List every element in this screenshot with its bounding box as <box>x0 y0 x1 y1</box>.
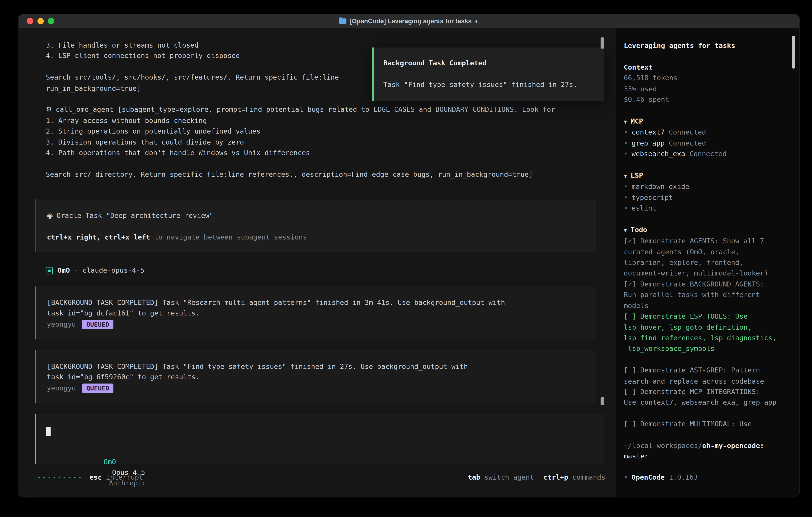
main-scrollbar-thumb-top[interactable] <box>601 37 604 48</box>
close-button[interactable] <box>27 18 33 24</box>
bullet-icon: • <box>624 473 628 481</box>
sidebar: Leveraging agents for tasks Context 66,5… <box>616 29 799 497</box>
window-title-area: [OpenCode] Leveraging agents for tasks ◐ <box>19 18 799 25</box>
ctrlp-key-label: commands <box>568 473 605 481</box>
mcp-item: •grep_appConnected <box>624 138 800 149</box>
minimize-button[interactable] <box>37 18 44 24</box>
version-footer: •OpenCode1.0.163 <box>624 472 698 483</box>
oracle-task-title-line: ◉Oracle Task "Deep architecture review" <box>47 211 596 221</box>
lsp-heading[interactable]: ▼LSP <box>624 170 800 182</box>
tool-list-item: 2. String operations on potentially unde… <box>46 126 616 137</box>
bullet-icon: • <box>624 204 628 212</box>
agent-checkbox-icon <box>46 268 53 274</box>
main-scrollbar-thumb-bottom[interactable] <box>601 397 604 405</box>
context-heading: Context <box>624 62 800 73</box>
todo-item: [ ] Demonstrate MULTIMODAL: Use <box>624 419 788 430</box>
toast-title: Background Task Completed <box>383 58 604 69</box>
oracle-hint-keys: ctrl+x right, ctrl+x left <box>47 233 150 241</box>
workspace-path: ~/local-workspaces/oh-my-opencode:master <box>624 440 788 462</box>
prompt-input[interactable]: OmO Opus 4.5 Anthropic <box>35 414 604 464</box>
agent-model: claude-opus-4-5 <box>83 266 144 276</box>
window-title: [OpenCode] Leveraging agents for tasks <box>350 18 472 25</box>
titlebar[interactable]: [OpenCode] Leveraging agents for tasks ◐ <box>19 14 799 28</box>
todo-item: [ ] Demonstrate MCP INTEGRATIONS: Use co… <box>624 387 788 408</box>
status-right: tab switch agentctrl+p commands <box>468 472 605 483</box>
message-text: [BACKGROUND TASK COMPLETED] Task "Resear… <box>47 298 596 308</box>
message-footer: yeongyu QUEUED <box>47 383 596 393</box>
message-text: task_id="bg_dcfac161" to get results. <box>47 308 596 319</box>
tool-call-line: ⚙call_omo_agent [subagent_type=explore, … <box>46 105 616 115</box>
todo-section: ▼Todo [✓] Demonstrate AGENTS: Show all 7… <box>624 225 800 430</box>
bullet-icon: • <box>624 139 628 147</box>
sidebar-scrollbar-thumb[interactable] <box>792 36 795 69</box>
fisheye-icon: ◉ <box>47 212 53 219</box>
todo-item: [ ] Demonstrate LSP TOOLS: Use lsp_hover… <box>624 311 788 354</box>
bullet-icon: • <box>624 193 628 201</box>
tool-call-text: call_omo_agent [subagent_type=explore, p… <box>56 106 555 114</box>
mcp-name: context7 <box>632 128 665 136</box>
terminal-main: 3. File handles or streams not closed 4.… <box>19 29 616 497</box>
session-title: Leveraging agents for tasks <box>624 40 800 51</box>
tool-list-item: 4. Path operations that don't handle Win… <box>46 148 616 159</box>
tool-list-item: 1. Array access without bounds checking <box>46 115 616 126</box>
loading-spinner-icon: ◐ <box>475 18 479 25</box>
context-spent: $0.46 spent <box>624 94 800 105</box>
todo-item: [ ] Demonstrate AST-GREP: Pattern search… <box>624 365 788 387</box>
lsp-section: ▼LSP •markdown-oxide •typescript •eslint <box>624 170 800 214</box>
message-author: yeongyu <box>47 383 76 393</box>
oracle-nav-hint: ctrl+x right, ctrl+x left to navigate be… <box>47 232 596 243</box>
agent-separator: · <box>74 266 78 276</box>
oracle-task-title: Oracle Task "Deep architecture review" <box>57 212 213 219</box>
message-block: [BACKGROUND TASK COMPLETED] Task "Find t… <box>35 350 596 403</box>
tool-tail-line: Search src/ directory. Return specific f… <box>46 169 616 180</box>
tool-list-item: 3. Division operations that could divide… <box>46 137 616 148</box>
text-cursor <box>46 427 51 436</box>
message-footer: yeongyu QUEUED <box>47 319 596 330</box>
message-author: yeongyu <box>47 319 76 330</box>
workspace-branch: master <box>624 452 648 460</box>
toast-body: Task "Find type safety issues" finished … <box>383 80 604 90</box>
agent-name: OmO <box>58 266 70 276</box>
mcp-status: Connected <box>669 128 706 136</box>
message-text: task_id="bg_6f59260c" to get results. <box>47 372 596 383</box>
traffic-lights <box>27 18 54 24</box>
agent-header: OmO · claude-opus-4-5 <box>46 266 616 276</box>
workspace-path-name: oh-my-opencode: <box>702 442 764 450</box>
workspace-path-prefix: ~/local-workspaces/ <box>624 442 702 450</box>
gear-icon: ⚙ <box>46 106 52 114</box>
mcp-status: Connected <box>690 150 727 158</box>
lsp-name: typescript <box>632 193 673 201</box>
mcp-heading-label: MCP <box>631 117 643 125</box>
zoom-button[interactable] <box>48 18 54 24</box>
status-badge: QUEUED <box>82 320 114 329</box>
tab-key-hint: tab <box>468 473 480 481</box>
mcp-heading[interactable]: ▼MCP <box>624 116 800 127</box>
oracle-hint-rest: to navigate between subagent sessions <box>150 233 307 241</box>
tab-key-label: switch agent <box>480 473 534 481</box>
app-version: 1.0.163 <box>669 473 698 481</box>
mcp-status: Connected <box>669 139 706 147</box>
mcp-section: ▼MCP •context7Connected •grep_appConnect… <box>624 116 800 160</box>
status-badge: QUEUED <box>82 383 114 393</box>
mcp-name: grep_app <box>632 139 665 147</box>
lsp-item: •eslint <box>624 203 800 214</box>
message-text: [BACKGROUND TASK COMPLETED] Task "Find t… <box>47 361 596 372</box>
terminal-window: [OpenCode] Leveraging agents for tasks ◐… <box>19 14 799 497</box>
oracle-task-card[interactable]: ◉Oracle Task "Deep architecture review" … <box>35 199 596 252</box>
collapse-triangle-icon: ▼ <box>624 227 627 233</box>
activity-dots-icon: ••••••••• <box>37 474 83 481</box>
input-agent-name: OmO <box>104 458 116 466</box>
lsp-heading-label: LSP <box>631 171 643 179</box>
context-section: Context 66,518 tokens 33% used $0.46 spe… <box>624 62 800 105</box>
status-left: •••••••••esc interrupt <box>37 472 143 483</box>
lsp-name: eslint <box>632 204 656 212</box>
app-name: OpenCode <box>632 473 665 481</box>
context-used: 33% used <box>624 84 800 94</box>
message-block: [BACKGROUND TASK COMPLETED] Task "Resear… <box>35 286 596 339</box>
todo-heading[interactable]: ▼Todo <box>624 225 800 236</box>
todo-heading-label: Todo <box>631 226 647 234</box>
folder-icon <box>339 19 346 24</box>
toast-notification[interactable]: Background Task Completed Task "Find typ… <box>372 48 604 102</box>
esc-key-label: interrupt <box>102 473 143 481</box>
todo-item: [✓] Demonstrate AGENTS: Show all 7 curat… <box>624 236 788 279</box>
